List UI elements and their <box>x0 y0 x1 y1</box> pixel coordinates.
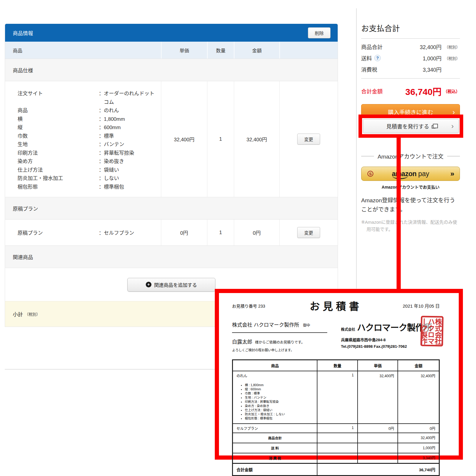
help-icon[interactable]: ? <box>374 55 381 61</box>
add-related-button[interactable]: + 関連商品を追加する <box>127 278 215 292</box>
spec-line: 印刷方法：昇華転写捺染 <box>18 149 155 158</box>
grand-total-value: 36,740円 <box>405 84 441 98</box>
tax-row: 消費税 3,340円 <box>361 65 460 73</box>
quote-date: 2021 年10 月05 日 <box>380 303 440 309</box>
divider <box>447 156 460 156</box>
quote-item-amount: 32,400円 <box>398 371 439 424</box>
section-related: 関連商品 <box>5 245 338 268</box>
quote-total-value: 36,740円 <box>317 464 439 476</box>
shipping-value: 1,000円 <box>423 54 441 62</box>
quote-greeting: よろしくご検討の程お願い申し上げます。 <box>232 347 327 352</box>
vertical-divider <box>356 8 357 289</box>
grand-total-note: （税込） <box>441 88 460 94</box>
quote-item-name: のれん <box>237 373 313 378</box>
spec-list: 注文サイト：オーダーのれんドットコム 商品：のれん 横：1,800mm 縦：60… <box>5 81 161 191</box>
amazon-description: Amazon登録情報を使って注文を行うことができます。 <box>361 196 460 214</box>
quote-recipient-suffix: 御中 <box>303 323 310 328</box>
change-spec-button[interactable]: 変更 <box>297 134 320 145</box>
product-info-title: 商品情報 <box>13 29 33 37</box>
divider <box>361 38 460 39</box>
quote-item-qty: 1 <box>317 371 358 424</box>
quote-requester: 白露太郎 <box>232 339 252 345</box>
quote-header: お見積り番号 233 お見積書 2021 年10 月05 日 <box>232 298 440 313</box>
product-info-header: 商品情報 削除 <box>5 24 338 42</box>
shipping-label: 送料 <box>361 54 372 62</box>
item-total-value: 32,400円 <box>420 43 441 51</box>
double-chevron-icon: » <box>450 170 454 178</box>
quote-total-row: 合計金額 36,740円 <box>233 464 439 476</box>
table-header-row: 商品 単価 数量 金額 <box>5 42 338 59</box>
quote-col-amount: 金額 <box>398 360 439 371</box>
section-spec: 商品仕様 <box>5 59 338 81</box>
delete-button[interactable]: 削除 <box>308 27 331 38</box>
quote-company-block: 株式会社 ハクロマーク製作所 兵庫県姫路市西中島284-8 Tel.(079)2… <box>327 321 440 352</box>
quote-col-product: 商品 <box>233 360 317 371</box>
issue-quote-button[interactable]: 見積書を発行する › <box>363 119 459 133</box>
quote-selfplan-row: セルフプラン 1 0円 0円 <box>233 424 439 433</box>
spec-line: 横：1,800mm <box>18 115 155 124</box>
draft-unit-price: 0円 <box>161 220 207 245</box>
subtotal-label: 小計 <box>13 310 23 318</box>
chevron-right-icon: › <box>451 123 454 130</box>
draft-plan-row: 原稿プラン ：セルフプラン 0円 1 0円 変更 <box>5 220 338 245</box>
spec-line: 仕上げ方法：袋縫い <box>18 166 155 175</box>
spec-product-row: 注文サイト：オーダーのれんドットコム 商品：のれん 横：1,800mm 縦：60… <box>5 81 338 197</box>
quote-item-unit: 32,400円 <box>358 371 398 424</box>
divider <box>361 78 460 79</box>
amazon-pay-button[interactable]: S amazon pay » <box>361 167 460 181</box>
spec-amount: 32,400円 <box>234 81 279 197</box>
product-info-card: 商品情報 削除 商品 単価 数量 金額 商品仕様 注文サイト：オーダーのれんドッ… <box>5 24 338 327</box>
draft-qty: 1 <box>207 220 234 245</box>
column-unit-price: 単価 <box>161 42 207 59</box>
spec-unit-price: 32,400円 <box>161 81 207 197</box>
spec-line: 染め方：染め抜き <box>18 157 155 166</box>
amazon-heading: Amazonアカウントで注文 <box>361 152 460 160</box>
spec-line: 注文サイト：オーダーのれんドットコム <box>18 90 155 107</box>
quotation-document: お見積り番号 233 お見積書 2021 年10 月05 日 株式会社 ハクロマ… <box>215 289 463 460</box>
company-seal-stamp: 株式会社ハクロマーク製作所 <box>420 316 444 346</box>
quote-recipient: 株式会社 ハクロマーク製作所 <box>232 322 299 328</box>
spec-line: 商品：のれん <box>18 107 155 115</box>
add-related-label: 関連商品を追加する <box>154 281 197 288</box>
quote-sum-row: 商品合計 32,400円 <box>233 433 439 443</box>
quote-number: お見積り番号 233 <box>232 303 292 309</box>
spec-line: 巾数：標準 <box>18 132 155 141</box>
change-draft-button[interactable]: 変更 <box>297 227 320 238</box>
quote-recipient-block: 株式会社 ハクロマーク製作所 御中 白露太郎 様からご依頼のお見積りです。 よろ… <box>232 321 327 352</box>
spec-line: 縦：600mm <box>18 123 155 132</box>
item-total-note: （税別） <box>441 44 460 50</box>
column-actions <box>279 42 338 59</box>
shipping-row: 送料 ? 1,000円 （税別） <box>361 54 460 62</box>
quote-selfplan-name: セルフプラン <box>233 424 317 433</box>
quote-info: 株式会社 ハクロマーク製作所 御中 白露太郎 様からご依頼のお見積りです。 よろ… <box>232 321 440 352</box>
amazon-note: ※Amazonに登録された決済情報、配送先のみ使用可能です。 <box>361 219 460 233</box>
draft-plan-value: ：セルフプラン <box>99 229 134 236</box>
spec-qty: 1 <box>207 81 234 197</box>
issue-quote-label: 見積書を発行する <box>386 122 429 130</box>
spec-line: 生地：バンテン <box>18 140 155 149</box>
quote-col-unit-price: 単価 <box>358 360 398 371</box>
quote-requester-text: 様からご依頼のお見積りです。 <box>255 340 305 345</box>
column-amount: 金額 <box>234 42 279 59</box>
amazon-pay-caption: Amazonアカウントでお支払い <box>361 184 460 190</box>
subtotal-note: （税別） <box>25 311 40 317</box>
red-connector-line <box>397 135 401 293</box>
s-mark-icon: S <box>367 171 373 177</box>
external-window-icon <box>432 125 436 129</box>
divider <box>361 156 374 156</box>
grand-total-label: 合計金額 <box>361 87 383 95</box>
quote-sum-row: 消 費 税 3,340円 <box>233 453 439 464</box>
item-total-label: 商品合計 <box>361 43 383 51</box>
section-draft-plan: 原稿プラン <box>5 197 338 220</box>
quote-table-header: 商品 数量 単価 金額 <box>233 360 439 371</box>
quote-col-qty: 数量 <box>317 360 358 371</box>
quote-title: お見積書 <box>292 298 380 313</box>
company-prefix: 株式会社 <box>341 327 355 332</box>
quote-sum-row: 送 料 1,000円 <box>233 443 439 453</box>
quote-item-details: 横 : 1,800mm 縦 : 600mm 巾数 : 標準 生地 : バンテン … <box>237 383 313 420</box>
payment-title: お支払合計 <box>361 22 460 33</box>
draft-amount: 0円 <box>234 220 279 245</box>
spec-line: 梱包形態：標準梱包 <box>18 183 155 192</box>
spec-line: 防炎加工・撥水加工：しない <box>18 174 155 183</box>
content-bottom-divider <box>5 369 216 370</box>
